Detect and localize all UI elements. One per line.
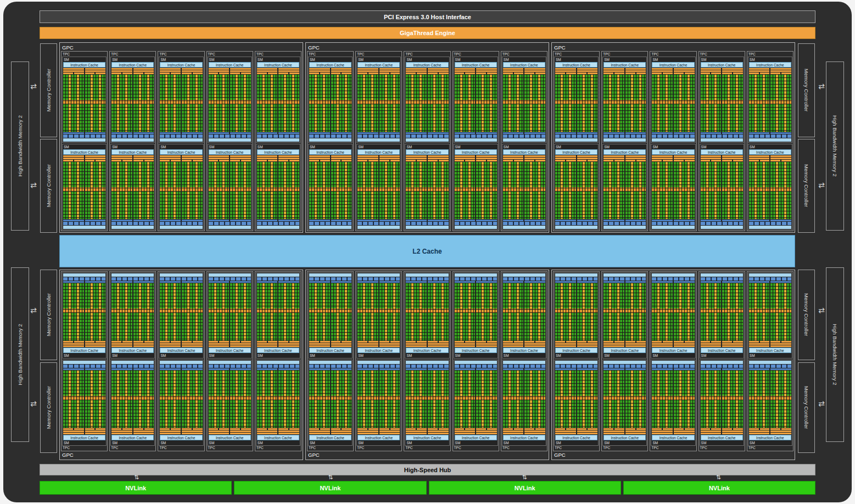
instruction-buffer-bar (357, 68, 378, 70)
register-file-bar (160, 281, 181, 283)
processing-block (379, 368, 400, 434)
processing-block (674, 68, 695, 134)
sm-block: SMInstruction Cache (602, 144, 647, 230)
sm-block: SMInstruction Cache (748, 272, 792, 359)
tpc-label: TPC (748, 52, 792, 57)
sm-block: SMInstruction Cache (256, 272, 300, 359)
shared-memory-bar (63, 273, 105, 277)
gpc-row-bottom: GPCTPCSMInstruction CacheSMInstruction C… (59, 270, 795, 460)
dispatch-units (182, 428, 203, 430)
dispatch-unit (96, 72, 105, 74)
dispatch-unit (577, 341, 587, 343)
register-file-bar (257, 132, 278, 134)
sm-processing-blocks (257, 281, 299, 347)
sm-processing-blocks (555, 368, 597, 434)
sm-label: SM (652, 58, 694, 61)
core-grid (111, 75, 132, 132)
dispatch-units (379, 428, 400, 430)
core-grid (503, 75, 524, 132)
sm-label: SM (749, 354, 791, 357)
sm-block: SMInstruction Cache (405, 144, 449, 230)
instruction-buffer-bar (406, 155, 427, 157)
dispatch-unit (439, 428, 449, 430)
register-file-bar (357, 132, 378, 134)
register-file-bar (674, 220, 695, 221)
processing-block (555, 281, 576, 347)
core-grid (357, 75, 378, 132)
sm-processing-blocks (357, 368, 400, 434)
register-file-bar (209, 132, 230, 134)
sm-stack: SMInstruction CacheSMInstruction Cache (159, 57, 203, 230)
instruction-buffer-bar (428, 433, 449, 434)
warp-scheduler-bar (503, 158, 524, 159)
texture-units-bar (555, 277, 597, 281)
shared-memory-bar (209, 361, 251, 364)
core-grid (603, 283, 624, 340)
sm-processing-blocks (111, 281, 154, 347)
processing-block (379, 155, 400, 221)
shared-memory-bar (406, 226, 448, 229)
instruction-buffer-bar (722, 155, 743, 157)
dispatch-unit (406, 160, 416, 161)
instruction-buffer-bar (749, 433, 770, 434)
dispatch-unit (503, 341, 513, 343)
warp-scheduler-bar (133, 70, 154, 72)
warp-scheduler-bar (603, 343, 624, 345)
core-grid (406, 283, 427, 340)
tpc: TPCSMInstruction CacheSMInstruction Cach… (601, 271, 648, 451)
dispatch-unit (342, 428, 351, 430)
dispatch-unit (193, 160, 203, 161)
dispatch-unit (722, 160, 732, 161)
instruction-buffer-bar (309, 345, 330, 347)
shared-memory-bar (701, 273, 743, 277)
dispatch-unit (406, 72, 416, 74)
dispatch-unit (760, 428, 770, 430)
register-file-bar (722, 132, 743, 134)
texture-units-bar (406, 135, 448, 138)
dispatch-units (722, 160, 743, 161)
core-grid (278, 283, 299, 340)
core-grid (603, 75, 624, 132)
processing-block (331, 281, 352, 347)
sm-label: SM (357, 145, 400, 149)
processing-block (428, 155, 449, 221)
instruction-buffer-bar (85, 68, 106, 70)
register-file-bar (257, 281, 278, 283)
warp-scheduler-bar (476, 343, 497, 345)
sm-processing-blocks (111, 155, 154, 221)
instruction-buffer-bar (63, 155, 84, 157)
processing-block (209, 368, 230, 434)
dispatch-unit (566, 428, 576, 430)
register-file-bar (85, 368, 106, 370)
dispatch-unit (74, 428, 84, 430)
warp-scheduler-bar (357, 70, 378, 72)
dispatch-units (160, 72, 181, 74)
warp-scheduler-bar (722, 430, 743, 432)
instruction-cache-bar: Instruction Cache (503, 149, 545, 155)
core-grid (674, 162, 695, 219)
processing-block (476, 368, 497, 434)
sm-block: SMInstruction Cache (62, 360, 107, 446)
sm-processing-blocks (357, 68, 400, 134)
shared-memory-bar (209, 273, 251, 277)
sm-label: SM (406, 354, 448, 357)
processing-block (503, 68, 524, 134)
sm-block: SMInstruction Cache (159, 57, 203, 143)
sm-processing-blocks (209, 281, 251, 347)
sm-label: SM (652, 354, 694, 357)
core-grid (428, 162, 449, 219)
processing-block (111, 155, 132, 221)
dispatch-unit (122, 341, 132, 343)
dispatch-units (309, 72, 330, 74)
dispatch-unit (749, 72, 759, 74)
dispatch-unit (219, 72, 229, 74)
processing-block (770, 368, 791, 434)
instruction-cache-bar: Instruction Cache (209, 435, 251, 440)
instruction-buffer-bar (503, 155, 524, 157)
dispatch-unit (379, 428, 389, 430)
processing-block (455, 155, 476, 221)
processing-block (555, 68, 576, 134)
dispatch-units (278, 428, 299, 430)
processing-block (230, 155, 251, 221)
register-file-bar (701, 281, 722, 283)
